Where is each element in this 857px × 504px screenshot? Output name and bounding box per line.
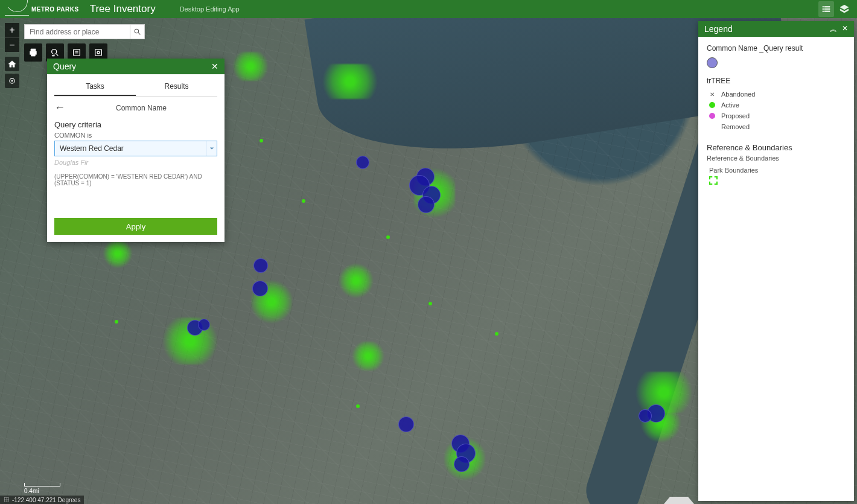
query-value-input[interactable]: [55, 141, 206, 156]
map-canvas[interactable]: + − Query ✕ Tasks Res: [0, 18, 857, 504]
scale-label: 0.4mi: [24, 488, 39, 494]
layers-button[interactable]: [836, 1, 852, 17]
legend-toggle-button[interactable]: [818, 1, 834, 17]
active-symbol: [709, 102, 715, 108]
query-panel-header[interactable]: Query ✕: [47, 59, 225, 74]
svg-point-2: [135, 29, 139, 33]
logo-text: METRO PARKS: [31, 6, 79, 13]
legend-query-symbol: [707, 57, 718, 68]
query-field-label: COMMON is: [54, 132, 217, 139]
legend-item-proposed: Proposed: [709, 110, 846, 121]
legend-park-label: Park Boundaries: [709, 167, 846, 174]
home-extent-button[interactable]: [5, 57, 19, 71]
abandoned-symbol: [709, 91, 715, 97]
app-header: METRO PARKS Tree Inventory Desktop Editi…: [0, 0, 857, 18]
query-apply-button[interactable]: Apply: [54, 218, 217, 235]
coordinate-readout: -122.400 47.221 Degrees: [0, 496, 84, 504]
legend-title: Legend: [704, 24, 733, 34]
legend-reference-title: Reference & Boundaries: [707, 143, 846, 152]
legend-collapse-button[interactable]: ︽: [830, 24, 837, 34]
query-value-combo: [54, 141, 217, 156]
logo-mark: [5, 2, 29, 16]
note-icon: [72, 48, 81, 57]
search-icon: [133, 28, 141, 36]
gear-frame-icon: [94, 48, 103, 57]
search-input[interactable]: [24, 24, 130, 39]
svg-rect-9: [95, 49, 102, 56]
svg-point-4: [52, 49, 57, 54]
query-criteria-label: Query criteria: [54, 120, 217, 129]
scale-bar: 0.4mi: [24, 483, 60, 494]
svg-line-5: [56, 54, 58, 56]
app-subtitle: Desktop Editing App: [180, 5, 240, 13]
print-icon: [28, 48, 38, 57]
legend-tree-layer: trTREE: [707, 77, 846, 85]
query-task-name: Common Name: [65, 104, 217, 112]
query-tabs: Tasks Results: [54, 78, 217, 97]
legend-item-active: Active: [709, 100, 846, 110]
tab-tasks[interactable]: Tasks: [54, 78, 136, 96]
zoom-in-button[interactable]: +: [5, 23, 19, 37]
locate-button[interactable]: [5, 74, 19, 88]
legend-query-layer: Common Name _Query result: [707, 44, 846, 53]
list-icon: [821, 4, 832, 14]
legend-close-button[interactable]: ✕: [842, 24, 848, 34]
home-icon: [8, 60, 16, 68]
svg-line-3: [138, 33, 140, 34]
svg-point-10: [97, 51, 100, 54]
layers-icon: [839, 4, 850, 14]
legend-header[interactable]: Legend ︽ ✕: [698, 21, 854, 37]
crosshair-icon: [4, 497, 10, 503]
query-panel: Query ✕ Tasks Results ← Common Name Quer…: [47, 59, 225, 242]
zoom-controls: + −: [5, 23, 19, 52]
filter-search-icon: [50, 48, 60, 57]
legend-item-abandoned: Abandoned: [709, 89, 846, 100]
attribution-toggle[interactable]: [664, 497, 694, 504]
removed-symbol: [709, 124, 715, 130]
park-boundary-symbol: [709, 176, 718, 185]
tab-results[interactable]: Results: [136, 78, 217, 96]
legend-item-removed: Removed: [709, 121, 846, 132]
coords-text: -122.400 47.221 Degrees: [12, 497, 80, 503]
print-button[interactable]: [24, 43, 42, 62]
legend-reference-sub: Reference & Boundaries: [707, 155, 846, 162]
query-value-dropdown-button[interactable]: [206, 141, 217, 156]
svg-point-1: [11, 80, 13, 81]
query-sql: (UPPER(COMMON) = 'WESTERN RED CEDAR') AN…: [54, 173, 217, 187]
query-back-button[interactable]: ←: [54, 101, 65, 114]
query-hint: Douglas Fir: [54, 159, 217, 166]
search-widget: [24, 24, 145, 39]
chevron-down-icon: [209, 146, 214, 151]
legend-panel: Legend ︽ ✕ Common Name _Query result trT…: [698, 21, 854, 501]
logo: METRO PARKS: [5, 2, 79, 16]
proposed-symbol: [709, 113, 715, 119]
search-button[interactable]: [130, 24, 145, 39]
zoom-out-button[interactable]: −: [5, 37, 19, 52]
app-title: Tree Inventory: [90, 3, 156, 15]
locate-icon: [8, 77, 16, 85]
query-panel-close[interactable]: ✕: [211, 62, 218, 71]
query-panel-title: Query: [53, 62, 76, 71]
